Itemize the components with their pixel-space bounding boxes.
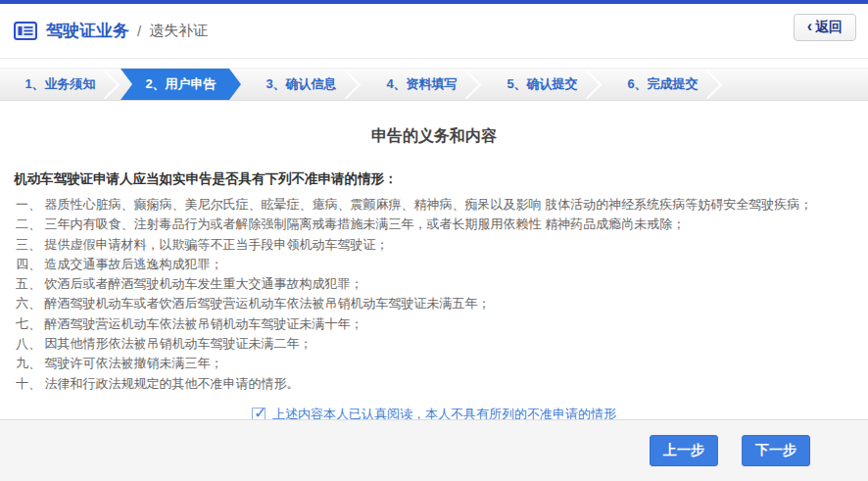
declaration-item-5: 五、 饮酒后或者醉酒驾驶机动车发生重大交通事故构成犯罪； [16,274,858,294]
page-header: 驾驶证业务 / 遗失补证 ‹ 返回 [0,4,868,59]
step-tab-2-user-declaration[interactable]: 2、用户申告 [121,69,241,100]
declaration-item-3: 三、 提供虚假申请材料，以欺骗等不正当手段申领机动车驾驶证； [16,235,858,255]
declaration-content: 申告的义务和内容 机动车驾驶证申请人应当如实申告是否具有下列不准申请的情形： 一… [0,101,868,423]
step-tab-6-complete-submit[interactable]: 6、完成提交 [603,69,723,100]
declaration-item-7: 七、 醉酒驾驶营运机动车依法被吊销机动车驾驶证未满十年； [16,314,858,334]
step-bar-filler [723,69,868,100]
page-title-breadcrumb-root: 驾驶证业务 [46,20,129,42]
step-tab-3-confirm-info[interactable]: 3、确认信息 [241,69,362,100]
footer-bar: 上一步 下一步 [0,419,868,481]
declaration-item-4: 四、 造成交通事故后逃逸构成犯罪； [16,255,858,274]
breadcrumb-current: 遗失补证 [149,22,208,40]
declaration-item-1: 一、 器质性心脏病、癫痫病、美尼尔氏症、眩晕症、癔病、震颤麻痹、精神病、痴呆以及… [16,195,858,215]
previous-step-button[interactable]: 上一步 [650,435,718,466]
declaration-intro: 机动车驾驶证申请人应当如实申告是否具有下列不准申请的情形： [14,170,854,188]
license-card-icon [14,22,37,40]
section-title: 申告的义务和内容 [0,126,868,147]
declaration-item-10: 十、 法律和行政法规规定的其他不准申请的情形。 [16,374,858,394]
step-tab-1-business-notice[interactable]: 1、业务须知 [0,69,121,100]
step-tab-4-fill-materials[interactable]: 4、资料填写 [362,69,482,100]
back-button-label: 返回 [815,19,843,36]
next-step-button[interactable]: 下一步 [742,435,810,466]
back-button[interactable]: ‹ 返回 [794,14,856,41]
declaration-item-2: 二、 三年内有吸食、注射毒品行为或者解除强制隔离戒毒措施未满三年，或者长期服用依… [16,215,858,234]
breadcrumb-separator: / [137,23,141,39]
declaration-item-9: 九、 驾驶许可依法被撤销未满三年； [16,354,858,373]
wizard-step-bar: 1、业务须知 2、用户申告 3、确认信息 4、资料填写 5、确认提交 6、完成提… [0,68,868,101]
declaration-item-8: 八、 因其他情形依法被吊销机动车驾驶证未满二年； [16,334,858,354]
declaration-item-6: 六、 醉酒驾驶机动车或者饮酒后驾驶营运机动车依法被吊销机动车驾驶证未满五年； [16,294,858,313]
step-tab-5-confirm-submit[interactable]: 5、确认提交 [482,69,603,100]
back-chevron-icon: ‹ [807,19,812,34]
declaration-item-list: 一、 器质性心脏病、癫痫病、美尼尔氏症、眩晕症、癔病、震颤麻痹、精神病、痴呆以及… [16,195,858,394]
